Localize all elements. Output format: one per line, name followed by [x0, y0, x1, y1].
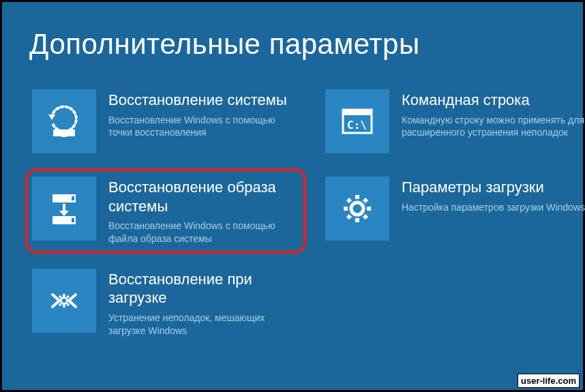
- option-command-prompt[interactable]: C:\ Командная строка Командную строку мо…: [322, 87, 585, 156]
- svg-line-29: [68, 303, 70, 305]
- option-startup-repair[interactable]: Восстановление при загрузке Устранение н…: [29, 266, 302, 340]
- svg-line-18: [364, 199, 367, 202]
- page-title: Дополнительные параметры: [29, 28, 556, 61]
- svg-line-27: [68, 296, 70, 298]
- tile-title: Восстановление системы: [108, 91, 299, 110]
- tile-text: Восстановление при загрузке Устранение н…: [108, 269, 299, 337]
- system-restore-icon: [32, 89, 96, 153]
- image-recovery-icon: [32, 177, 96, 241]
- tile-desc: Восстановление Windows с помощью файла о…: [108, 220, 299, 245]
- svg-line-28: [59, 303, 61, 305]
- tile-desc: Восстановление Windows с помощью точки в…: [108, 114, 299, 140]
- option-startup-settings[interactable]: Параметры загрузки Настройка параметров …: [322, 174, 585, 248]
- watermark: user-life.com: [518, 374, 580, 388]
- svg-marker-0: [48, 115, 55, 120]
- advanced-options-screen: Дополнительные параметры Восстановление …: [2, 2, 583, 390]
- svg-line-19: [348, 215, 350, 218]
- tile-text: Командная строка Командную строку можно …: [402, 89, 585, 139]
- svg-text:C:\: C:\: [347, 119, 367, 132]
- tile-desc: Настройка параметров загрузки Windows: [402, 201, 585, 214]
- options-grid: Восстановление системы Восстановление Wi…: [29, 87, 556, 340]
- svg-line-26: [59, 296, 61, 298]
- svg-point-12: [351, 202, 363, 215]
- svg-rect-4: [343, 110, 372, 115]
- tile-text: Восстановление системы Восстановление Wi…: [108, 89, 299, 139]
- tile-title: Восстановление образа системы: [108, 178, 299, 215]
- svg-rect-2: [61, 135, 67, 137]
- svg-rect-9: [72, 218, 74, 222]
- startup-settings-icon: [325, 177, 389, 241]
- tile-title: Командная строка: [402, 91, 585, 110]
- tile-desc: Командную строку можно применять для рас…: [402, 114, 585, 140]
- svg-rect-7: [72, 196, 74, 200]
- svg-point-21: [61, 297, 68, 303]
- startup-repair-icon: [32, 269, 96, 333]
- option-image-recovery[interactable]: Восстановление образа системы Восстановл…: [25, 168, 306, 254]
- option-system-restore[interactable]: Восстановление системы Восстановление Wi…: [29, 87, 302, 156]
- svg-marker-11: [59, 211, 69, 216]
- tile-text: Восстановление образа системы Восстановл…: [108, 177, 299, 245]
- svg-line-20: [364, 215, 367, 218]
- tile-title: Восстановление при загрузке: [108, 270, 299, 307]
- tile-desc: Устранение неполадок, мешающих загрузке …: [108, 312, 299, 337]
- svg-line-17: [348, 199, 350, 202]
- command-prompt-icon: C:\: [325, 89, 389, 153]
- tile-title: Параметры загрузки: [402, 178, 585, 197]
- tile-text: Параметры загрузки Настройка параметров …: [402, 177, 585, 213]
